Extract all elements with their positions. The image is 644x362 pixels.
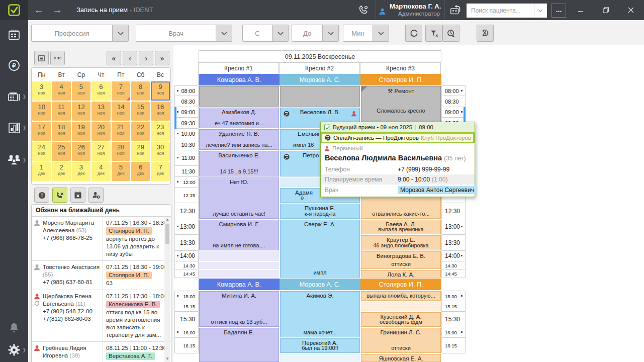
- time-from-select[interactable]: С: [242, 25, 289, 42]
- call-list-item[interactable]: Товстенко Анастасия (55)+7 (985) 637-80-…: [32, 261, 171, 290]
- calendar-day[interactable]: 6дек: [131, 162, 150, 181]
- search-more-button[interactable]: ...: [551, 4, 566, 18]
- time-slot-label[interactable]: 14:30: [441, 261, 466, 269]
- calendar-day[interactable]: 9ноя: [151, 81, 169, 101]
- doctor-header[interactable]: Столяров И. П.: [360, 74, 441, 85]
- time-slot-label[interactable]: 14:00: [441, 251, 466, 261]
- doctor-header[interactable]: Столяров И. П.: [360, 279, 441, 290]
- calendar-day[interactable]: 3дек: [72, 162, 90, 181]
- forward-arrow-button[interactable]: →: [51, 4, 64, 16]
- calendar-day[interactable]: 13ноя: [91, 102, 110, 121]
- time-slot-label[interactable]: 15:00: [174, 291, 199, 301]
- doctor-select[interactable]: Врач: [136, 25, 232, 42]
- prev-week-button[interactable]: ‹: [123, 51, 137, 65]
- empty-slot[interactable]: [199, 251, 279, 261]
- appointment[interactable]: Смирнова И. Г.на импл не готова,...: [199, 220, 279, 250]
- empty-slot[interactable]: [199, 262, 279, 269]
- calendar-day[interactable]: 4ноя: [52, 81, 70, 101]
- time-slot-label[interactable]: 16:00: [174, 327, 199, 338]
- calendar-day[interactable]: 3ноя: [32, 81, 51, 101]
- appointment[interactable]: Кузенский Д. А.освободить фдм: [361, 312, 441, 327]
- time-slot-label[interactable]: 16:00: [441, 327, 466, 338]
- calendar-day[interactable]: 14ноя: [112, 102, 130, 121]
- appointment[interactable]: Митина И. А.оттиск под кв 13 зуб...: [199, 291, 279, 327]
- time-slot-label[interactable]: 11:00: [174, 150, 199, 166]
- refresh-button[interactable]: [405, 25, 422, 42]
- add-time-button[interactable]: [442, 25, 459, 42]
- calendar-day[interactable]: 11ноя: [52, 102, 70, 121]
- time-slot-label[interactable]: 14:45: [174, 269, 199, 278]
- appointment[interactable]: Сверж Е. А.импл: [280, 220, 360, 278]
- time-slot-label[interactable]: 13:30: [174, 235, 199, 251]
- time-slot-label[interactable]: 08:30: [174, 96, 199, 107]
- patient-card-return-button[interactable]: [445, 0, 467, 22]
- calendar-day[interactable]: 28ноя: [112, 142, 130, 161]
- time-slot-label[interactable]: 09:00: [174, 107, 199, 118]
- sidebar-item-settings[interactable]: ❯: [0, 338, 28, 362]
- calendar-day[interactable]: 16ноя: [151, 102, 169, 121]
- sidebar-item-registry[interactable]: ❯: [0, 84, 28, 109]
- calendar-day[interactable]: 5дек: [112, 162, 130, 181]
- duration-select[interactable]: Мин: [343, 25, 389, 42]
- calendar-day[interactable]: 7дек: [151, 162, 169, 181]
- telephony-button[interactable]: [352, 0, 375, 22]
- user-name[interactable]: Мартюкова Г. А.: [390, 3, 440, 10]
- calendar-day[interactable]: 18ноя: [52, 122, 70, 141]
- appointment[interactable]: Пушкина Е.к-я парод-га: [280, 204, 360, 219]
- empty-slot[interactable]: [199, 270, 279, 278]
- scroll-down-icon[interactable]: ▼: [164, 356, 170, 362]
- calendar-day[interactable]: 20ноя: [91, 122, 110, 141]
- prev-month-button[interactable]: «: [107, 51, 121, 65]
- scroll-up-icon[interactable]: ▲: [164, 217, 170, 223]
- appointment[interactable]: Краутер Е.46 эндо,пломбировка: [361, 235, 441, 250]
- appointment[interactable]: Васильченко Е.14 15 , в 9.15!!!: [199, 151, 279, 176]
- time-slot-label[interactable]: 09:30: [174, 118, 199, 129]
- calendar-day[interactable]: 21ноя: [112, 122, 130, 141]
- search-dropdown-button[interactable]: [534, 4, 546, 17]
- appointment[interactable]: Яшновская Е. А.: [361, 354, 441, 362]
- clear-filter-button[interactable]: [425, 25, 442, 42]
- appointment[interactable]: Перекотий А.был на 19:00!!: [280, 338, 360, 353]
- time-slot-label[interactable]: 12:00: [174, 177, 199, 188]
- calendar-day[interactable]: 8ноя: [131, 81, 150, 101]
- time-slot-label[interactable]: 12:15: [174, 188, 199, 203]
- appointment[interactable]: Удаление Я. В.лечение? или запись на...: [199, 129, 279, 150]
- time-slot-label[interactable]: 13:30: [441, 235, 466, 251]
- missed-calls-button[interactable]: !: [34, 188, 49, 203]
- close-button[interactable]: [621, 0, 641, 20]
- calendar-day[interactable]: 6ноя: [91, 81, 110, 101]
- calendar-day[interactable]: 2дек: [52, 162, 70, 181]
- calendar-day[interactable]: 22ноя: [131, 122, 150, 141]
- calendar-day[interactable]: 5ноя: [72, 81, 90, 101]
- calendar-day[interactable]: 4дек: [91, 162, 110, 181]
- calendar-day[interactable]: 10ноя: [32, 102, 51, 121]
- time-slot-label[interactable]: 16:15: [174, 338, 199, 353]
- calendar-options-button[interactable]: [50, 51, 65, 65]
- sidebar-item-schedule[interactable]: [0, 23, 28, 47]
- calendar-day[interactable]: 7ноя: [112, 81, 130, 101]
- calendar-day[interactable]: 24ноя: [32, 142, 51, 161]
- calendar-day[interactable]: 12ноя: [72, 102, 90, 121]
- blocked-slot[interactable]: [199, 86, 279, 107]
- appointment[interactable]: Бадалян Е.: [199, 328, 279, 362]
- time-to-select[interactable]: До: [292, 25, 339, 42]
- appointment[interactable]: Гринишин Л. С.оттиски: [361, 328, 441, 353]
- time-slot-label[interactable]: 15:00: [441, 291, 466, 301]
- calendar-day[interactable]: 26ноя: [72, 142, 90, 161]
- time-slot-label[interactable]: 08:00: [174, 85, 199, 96]
- doctor-header[interactable]: Комарова А. В.: [199, 279, 280, 290]
- appointment[interactable]: Азизбеков Д.еч 47 анатомия и...: [199, 108, 279, 128]
- minimize-button[interactable]: [571, 0, 591, 20]
- call-list-item[interactable]: Щербакова Елена Евгеньевна (11)+7 (902) …: [32, 290, 171, 342]
- calendar-day[interactable]: 19ноя: [72, 122, 90, 141]
- next-month-button[interactable]: »: [155, 51, 169, 65]
- calendar-day[interactable]: 25ноя: [52, 142, 70, 161]
- sidebar-item-notifications[interactable]: [0, 316, 28, 340]
- time-slot-label[interactable]: 12:30: [174, 203, 199, 219]
- calendar-day[interactable]: 30ноя: [151, 142, 169, 161]
- time-slot-label[interactable]: 13:00: [174, 219, 199, 235]
- next-week-button[interactable]: ›: [139, 51, 153, 65]
- empty-slot[interactable]: [361, 302, 441, 311]
- time-slot-label[interactable]: 15:15: [174, 301, 199, 312]
- calendar-day[interactable]: 17ноя: [32, 122, 51, 141]
